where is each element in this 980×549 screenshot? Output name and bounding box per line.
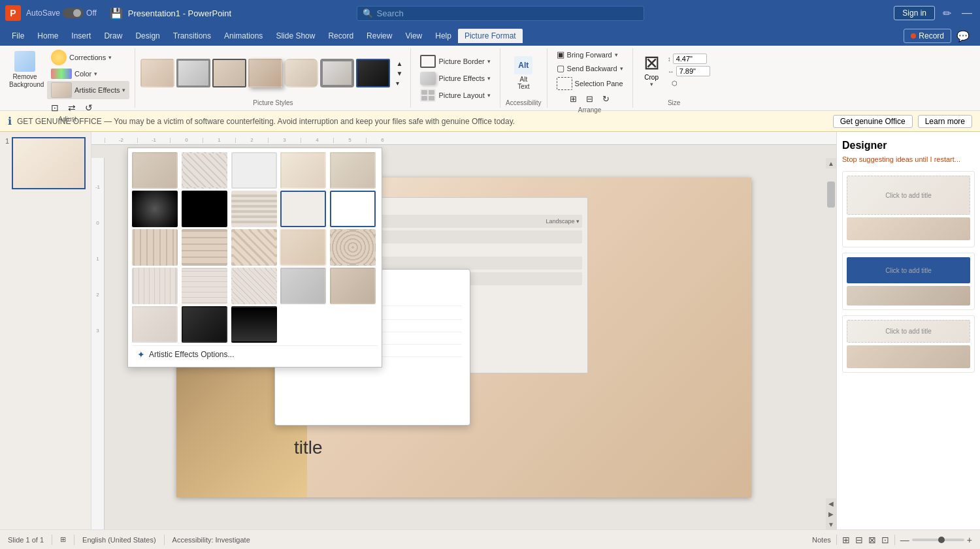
corrections-button[interactable]: Corrections ▾ bbox=[47, 48, 129, 67]
designer-stop-text[interactable]: Stop suggesting ideas until I restart... bbox=[842, 155, 975, 163]
style-thumb-6[interactable] bbox=[320, 59, 354, 87]
artistic-effect-watercolor[interactable] bbox=[280, 152, 326, 189]
style-thumb-2[interactable] bbox=[176, 59, 210, 87]
styles-scroll-down[interactable]: ▼ bbox=[393, 69, 405, 78]
artistic-effect-cutout[interactable] bbox=[330, 268, 376, 304]
menu-insert[interactable]: Insert bbox=[65, 29, 97, 43]
designer-card-3[interactable]: Click to add title bbox=[842, 315, 975, 373]
picture-effects-button[interactable]: Picture Effects▾ bbox=[416, 71, 495, 86]
artistic-effect-line-drawing[interactable] bbox=[231, 152, 277, 189]
artistic-effect-pastels-smooth[interactable] bbox=[231, 268, 277, 304]
menu-design[interactable]: Design bbox=[129, 29, 166, 43]
menu-home[interactable]: Home bbox=[31, 29, 65, 43]
artistic-effect-none[interactable] bbox=[132, 152, 178, 189]
menu-view[interactable]: View bbox=[399, 29, 429, 43]
artistic-effect-glow-edges[interactable] bbox=[280, 191, 326, 227]
alt-text-button[interactable]: Alt AltText bbox=[510, 48, 536, 98]
artistic-effect-charcoal[interactable] bbox=[132, 191, 178, 227]
group-button[interactable]: ⊟ bbox=[582, 93, 597, 105]
slide-thumbnail-1[interactable] bbox=[12, 137, 86, 189]
designer-card-1[interactable]: Click to add title bbox=[842, 171, 975, 247]
learn-more-button[interactable]: Learn more bbox=[918, 115, 972, 128]
compress-pictures-button[interactable]: ⊡ bbox=[47, 101, 63, 114]
align-button[interactable]: ⊞ bbox=[566, 93, 581, 105]
notes-button[interactable]: Notes bbox=[812, 536, 831, 544]
get-genuine-office-button[interactable]: Get genuine Office bbox=[833, 115, 913, 128]
artistic-effect-blur[interactable] bbox=[182, 306, 227, 343]
artistic-effect-marker[interactable] bbox=[231, 306, 277, 343]
bring-forward-button[interactable]: ▣ Bring Forward ▾ bbox=[553, 48, 627, 61]
scroll-right-arrow[interactable]: ▶ bbox=[826, 509, 836, 519]
menu-draw[interactable]: Draw bbox=[97, 29, 129, 43]
autosave-toggle[interactable] bbox=[63, 8, 84, 18]
menu-animations[interactable]: Animations bbox=[218, 29, 269, 43]
artistic-effect-chalk-sketch[interactable] bbox=[330, 152, 376, 189]
artistic-effect-crosshatch[interactable] bbox=[280, 229, 326, 266]
zoom-in-button[interactable]: + bbox=[967, 535, 972, 545]
menu-transitions[interactable]: Transitions bbox=[167, 29, 218, 43]
width-input[interactable] bbox=[676, 66, 710, 76]
style-thumb-4[interactable] bbox=[248, 59, 282, 87]
menu-slideshow[interactable]: Slide Show bbox=[269, 29, 321, 43]
style-thumb-3[interactable] bbox=[212, 59, 246, 87]
scroll-left-arrow[interactable]: ◀ bbox=[826, 498, 836, 509]
designer-card-2[interactable]: Click to add title bbox=[842, 253, 975, 310]
menu-help[interactable]: Help bbox=[429, 29, 458, 43]
menu-record[interactable]: Record bbox=[321, 29, 360, 43]
artistic-effect-plastic-wrap[interactable] bbox=[280, 268, 326, 304]
artistic-effect-light-screen[interactable] bbox=[330, 229, 376, 266]
search-box[interactable]: 🔍 bbox=[357, 6, 644, 21]
remove-background-button[interactable]: RemoveBackground bbox=[5, 48, 44, 91]
artistic-effect-texturizer[interactable] bbox=[231, 229, 277, 266]
style-thumb-7[interactable] bbox=[356, 59, 390, 87]
record-button[interactable]: Record bbox=[904, 29, 951, 43]
menu-review[interactable]: Review bbox=[360, 29, 399, 43]
color-button[interactable]: Color ▾ bbox=[47, 67, 129, 80]
scroll-down-arrow[interactable]: ▼ bbox=[826, 519, 836, 529]
size-expand-button[interactable]: ⬡ bbox=[668, 78, 710, 88]
send-backward-button[interactable]: ▢ Send Backward ▾ bbox=[553, 62, 627, 74]
style-thumb-1[interactable] bbox=[140, 59, 174, 87]
reading-view-button[interactable]: ⊠ bbox=[868, 535, 876, 545]
artistic-effect-cement[interactable] bbox=[182, 229, 227, 266]
artistic-effects-button[interactable]: Artistic Effects ▾ bbox=[47, 81, 129, 99]
artistic-effect-paint-brush[interactable] bbox=[231, 191, 277, 227]
scroll-up-arrow[interactable]: ▲ bbox=[826, 158, 836, 168]
artistic-effect-pencil-grayscale[interactable] bbox=[182, 268, 227, 304]
artistic-effects-options-button[interactable]: ✦ Artistic Effects Options... bbox=[132, 345, 378, 363]
sign-in-button[interactable]: Sign in bbox=[894, 6, 935, 20]
picture-layout-button[interactable]: Picture Layout▾ bbox=[416, 87, 495, 103]
corrections-dropdown-arrow: ▾ bbox=[108, 54, 112, 61]
normal-view-button[interactable]: ⊞ bbox=[842, 535, 850, 545]
height-input[interactable] bbox=[673, 54, 707, 64]
menu-picture-format[interactable]: Picture Format bbox=[458, 29, 523, 43]
scroll-track[interactable] bbox=[826, 168, 836, 498]
artistic-effect-crisscross-etching[interactable] bbox=[132, 268, 178, 304]
change-picture-button[interactable]: ⇄ bbox=[64, 101, 80, 114]
scroll-thumb[interactable] bbox=[827, 181, 835, 208]
selection-pane-button[interactable]: Selection Pane bbox=[553, 76, 627, 91]
pencil-button[interactable]: ✏ bbox=[940, 7, 954, 20]
presenter-view-button[interactable]: ⊡ bbox=[881, 535, 889, 545]
artistic-effect-mosaic-bubbles[interactable] bbox=[330, 191, 376, 227]
styles-scroll-up[interactable]: ▲ bbox=[393, 59, 405, 68]
reset-picture-button[interactable]: ↺ bbox=[81, 101, 97, 114]
styles-expand[interactable]: ▾ bbox=[393, 79, 405, 87]
style-thumb-5[interactable] bbox=[284, 59, 318, 87]
search-input[interactable] bbox=[377, 8, 638, 18]
comment-button[interactable]: 💬 bbox=[951, 27, 975, 45]
artistic-effect-paint-strokes[interactable] bbox=[182, 191, 227, 227]
artistic-effect-film-grain[interactable] bbox=[132, 306, 178, 343]
rotate-button[interactable]: ↻ bbox=[598, 93, 613, 105]
vertical-scrollbar[interactable]: ▲ ◀ ▶ ▼ bbox=[826, 158, 836, 529]
minimize-button[interactable]: — bbox=[959, 7, 975, 19]
menu-file[interactable]: File bbox=[5, 29, 31, 43]
zoom-slider[interactable] bbox=[912, 539, 964, 541]
picture-border-button[interactable]: Picture Border▾ bbox=[416, 54, 495, 69]
slide-sorter-button[interactable]: ⊟ bbox=[855, 535, 863, 545]
zoom-out-button[interactable]: — bbox=[900, 535, 909, 545]
artistic-effect-pencil-sketch[interactable] bbox=[182, 152, 227, 189]
artistic-effect-glass[interactable] bbox=[132, 229, 178, 266]
save-button[interactable]: 💾 bbox=[110, 7, 123, 20]
crop-button[interactable]: ⊠ Crop ▾ bbox=[638, 48, 665, 90]
